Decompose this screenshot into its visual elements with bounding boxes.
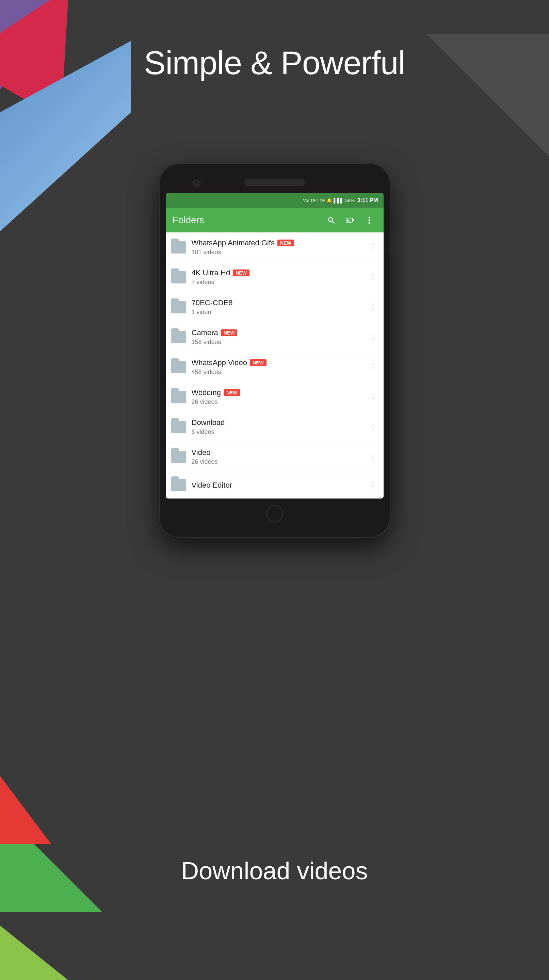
phone-mockup: VoLTE LTE 🔔 ▌▌▌ 56% 3:11 PM Folders [159, 163, 390, 538]
more-options-icon[interactable]: ⋮ [368, 390, 378, 404]
folder-icon [171, 301, 186, 313]
phone-camera [193, 180, 201, 187]
folder-item-70ec[interactable]: 70EC-CDE8 1 video ⋮ [166, 292, 384, 322]
folder-list: WhatsApp Animated Gifs NEW 101 videos ⋮ … [166, 232, 384, 498]
network-indicator: VoLTE [303, 198, 316, 203]
folder-name: Video Editor [192, 481, 363, 490]
lte-indicator: LTE [317, 198, 325, 203]
phone-screen: VoLTE LTE 🔔 ▌▌▌ 56% 3:11 PM Folders [166, 193, 384, 498]
folder-item-video[interactable]: Video 26 videos ⋮ [166, 442, 384, 472]
folder-info: Wedding NEW 26 videos [192, 388, 363, 406]
folder-item-camera[interactable]: Camera NEW 158 videos ⋮ [166, 322, 384, 352]
folder-info: Video Editor [192, 481, 363, 490]
app-bar-title: Folders [173, 215, 320, 226]
folder-info: 70EC-CDE8 1 video [192, 298, 363, 316]
folder-count: 6 videos [192, 428, 363, 436]
more-options-icon[interactable]: ⋮ [368, 360, 378, 374]
status-icons: VoLTE LTE 🔔 ▌▌▌ 56% 3:11 PM [303, 197, 378, 204]
folder-count: 1 video [192, 309, 363, 316]
folder-item-wedding[interactable]: Wedding NEW 26 videos ⋮ [166, 382, 384, 412]
folder-count: 26 videos [192, 398, 363, 406]
search-icon[interactable] [324, 213, 339, 228]
folder-count: 458 videos [192, 369, 363, 375]
folder-icon [171, 361, 186, 373]
folder-name: 4K Ultra Hd NEW [192, 269, 363, 277]
folder-icon [171, 451, 186, 463]
folder-info: Video 26 videos [192, 448, 363, 466]
folder-item-whatsapp-video[interactable]: WhatsApp Video NEW 458 videos ⋮ [166, 352, 384, 382]
phone-home-button[interactable] [266, 505, 283, 522]
shape-red-bottom [0, 776, 51, 844]
folder-item-video-editor[interactable]: Video Editor ⋮ [166, 472, 384, 498]
folder-info: 4K Ultra Hd NEW 7 videos [192, 269, 363, 286]
folder-count: 101 videos [192, 249, 363, 256]
folder-item-whatsapp-gifs[interactable]: WhatsApp Animated Gifs NEW 101 videos ⋮ [166, 232, 384, 262]
svg-point-5 [368, 220, 370, 221]
folder-count: 7 videos [192, 279, 363, 286]
more-options-icon[interactable]: ⋮ [368, 478, 378, 492]
download-label: Download videos [0, 857, 549, 885]
folder-name: WhatsApp Video NEW [192, 358, 363, 367]
phone-speaker [244, 179, 305, 186]
headline: Simple & Powerful [0, 44, 549, 82]
more-options-icon[interactable]: ⋮ [368, 330, 378, 344]
svg-point-6 [368, 222, 370, 224]
phone-frame: VoLTE LTE 🔔 ▌▌▌ 56% 3:11 PM Folders [159, 163, 390, 538]
folder-name: Wedding NEW [192, 388, 363, 397]
new-badge: NEW [221, 329, 237, 336]
more-vert-icon[interactable] [362, 213, 377, 228]
status-bar: VoLTE LTE 🔔 ▌▌▌ 56% 3:11 PM [166, 193, 384, 208]
folder-info: Download 6 videos [192, 418, 363, 436]
new-badge: NEW [233, 269, 250, 276]
folder-icon [171, 241, 186, 253]
folder-count: 26 videos [192, 458, 363, 466]
more-options-icon[interactable]: ⋮ [368, 240, 378, 255]
cast-icon[interactable] [343, 213, 358, 228]
notification-icon: 🔔 [326, 198, 332, 203]
folder-icon [171, 421, 186, 433]
phone-side-button [390, 231, 393, 252]
folder-info: WhatsApp Video NEW 458 videos [192, 358, 363, 375]
phone-bottom [166, 498, 384, 527]
phone-top [166, 173, 384, 193]
new-badge: NEW [224, 389, 240, 396]
folder-info: WhatsApp Animated Gifs NEW 101 videos [192, 239, 363, 256]
more-options-icon[interactable]: ⋮ [368, 270, 378, 285]
folder-icon [171, 479, 186, 492]
signal-icon: ▌▌▌ [334, 198, 344, 203]
svg-line-1 [332, 221, 334, 223]
more-options-icon[interactable]: ⋮ [368, 420, 378, 434]
folder-count: 158 videos [192, 339, 363, 346]
folder-name: Video [192, 448, 363, 457]
folder-item-download[interactable]: Download 6 videos ⋮ [166, 412, 384, 442]
more-options-icon[interactable]: ⋮ [368, 300, 378, 314]
folder-name: WhatsApp Animated Gifs NEW [192, 239, 363, 247]
more-options-icon[interactable]: ⋮ [368, 450, 378, 464]
new-badge: NEW [250, 360, 266, 366]
folder-icon [171, 331, 186, 343]
folder-item-4k[interactable]: 4K Ultra Hd NEW 7 videos ⋮ [166, 262, 384, 292]
app-bar: Folders [166, 208, 384, 232]
folder-name: 70EC-CDE8 [192, 298, 363, 307]
time-display: 3:11 PM [357, 197, 378, 204]
battery-text: 56% [345, 198, 355, 203]
svg-point-3 [346, 222, 347, 223]
folder-name: Camera NEW [192, 328, 363, 337]
folder-icon [171, 391, 186, 403]
folder-name: Download [192, 418, 363, 427]
folder-info: Camera NEW 158 videos [192, 328, 363, 346]
folder-icon [171, 271, 186, 283]
new-badge: NEW [277, 240, 294, 247]
svg-point-4 [368, 217, 370, 218]
shape-lime [0, 912, 85, 980]
